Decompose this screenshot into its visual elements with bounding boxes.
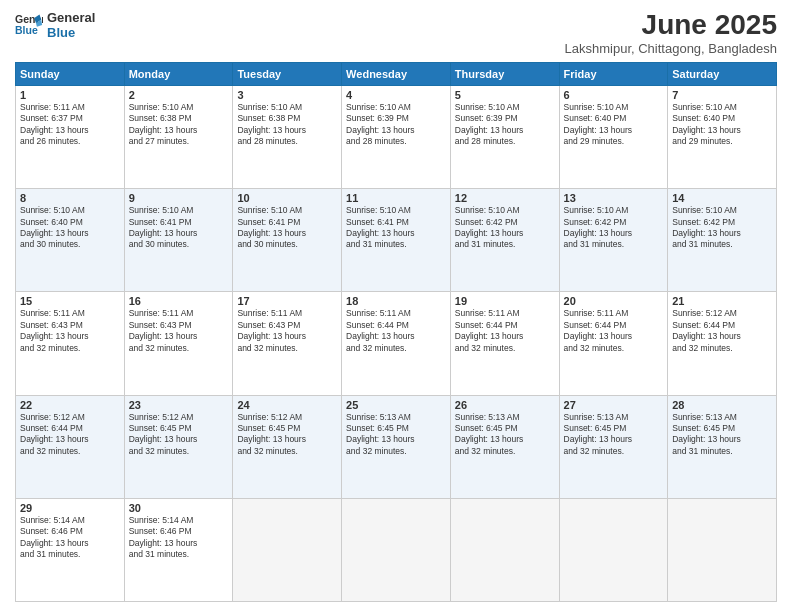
table-cell: 29Sunrise: 5:14 AM Sunset: 6:46 PM Dayli… [16,498,125,601]
day-info: Sunrise: 5:10 AM Sunset: 6:40 PM Dayligh… [20,205,120,251]
table-cell: 5Sunrise: 5:10 AM Sunset: 6:39 PM Daylig… [450,85,559,188]
table-cell: 12Sunrise: 5:10 AM Sunset: 6:42 PM Dayli… [450,189,559,292]
table-cell: 18Sunrise: 5:11 AM Sunset: 6:44 PM Dayli… [342,292,451,395]
day-info: Sunrise: 5:13 AM Sunset: 6:45 PM Dayligh… [346,412,446,458]
day-number: 29 [20,502,120,514]
day-number: 30 [129,502,229,514]
day-number: 28 [672,399,772,411]
calendar-row: 15Sunrise: 5:11 AM Sunset: 6:43 PM Dayli… [16,292,777,395]
day-info: Sunrise: 5:13 AM Sunset: 6:45 PM Dayligh… [672,412,772,458]
logo: General Blue General Blue [15,10,95,40]
table-cell [342,498,451,601]
calendar-row: 22Sunrise: 5:12 AM Sunset: 6:44 PM Dayli… [16,395,777,498]
day-info: Sunrise: 5:10 AM Sunset: 6:41 PM Dayligh… [237,205,337,251]
logo-icon: General Blue [15,11,43,39]
table-cell: 20Sunrise: 5:11 AM Sunset: 6:44 PM Dayli… [559,292,668,395]
day-info: Sunrise: 5:14 AM Sunset: 6:46 PM Dayligh… [129,515,229,561]
day-number: 22 [20,399,120,411]
day-number: 24 [237,399,337,411]
day-number: 25 [346,399,446,411]
table-cell: 24Sunrise: 5:12 AM Sunset: 6:45 PM Dayli… [233,395,342,498]
table-cell: 17Sunrise: 5:11 AM Sunset: 6:43 PM Dayli… [233,292,342,395]
day-info: Sunrise: 5:10 AM Sunset: 6:42 PM Dayligh… [564,205,664,251]
day-number: 26 [455,399,555,411]
day-number: 16 [129,295,229,307]
day-number: 2 [129,89,229,101]
table-cell: 25Sunrise: 5:13 AM Sunset: 6:45 PM Dayli… [342,395,451,498]
day-number: 10 [237,192,337,204]
table-cell [233,498,342,601]
col-wednesday: Wednesday [342,62,451,85]
day-info: Sunrise: 5:12 AM Sunset: 6:45 PM Dayligh… [237,412,337,458]
table-cell: 14Sunrise: 5:10 AM Sunset: 6:42 PM Dayli… [668,189,777,292]
day-info: Sunrise: 5:11 AM Sunset: 6:37 PM Dayligh… [20,102,120,148]
day-info: Sunrise: 5:10 AM Sunset: 6:38 PM Dayligh… [237,102,337,148]
col-thursday: Thursday [450,62,559,85]
day-number: 17 [237,295,337,307]
svg-text:Blue: Blue [15,24,38,36]
day-info: Sunrise: 5:12 AM Sunset: 6:44 PM Dayligh… [20,412,120,458]
table-cell: 26Sunrise: 5:13 AM Sunset: 6:45 PM Dayli… [450,395,559,498]
day-number: 21 [672,295,772,307]
table-cell: 4Sunrise: 5:10 AM Sunset: 6:39 PM Daylig… [342,85,451,188]
calendar-row: 29Sunrise: 5:14 AM Sunset: 6:46 PM Dayli… [16,498,777,601]
table-cell: 27Sunrise: 5:13 AM Sunset: 6:45 PM Dayli… [559,395,668,498]
col-tuesday: Tuesday [233,62,342,85]
page: General Blue General Blue June 2025 Laks… [0,0,792,612]
logo-blue: Blue [47,25,95,40]
table-cell: 16Sunrise: 5:11 AM Sunset: 6:43 PM Dayli… [124,292,233,395]
day-number: 13 [564,192,664,204]
day-number: 15 [20,295,120,307]
table-cell: 1Sunrise: 5:11 AM Sunset: 6:37 PM Daylig… [16,85,125,188]
table-cell: 3Sunrise: 5:10 AM Sunset: 6:38 PM Daylig… [233,85,342,188]
table-cell: 28Sunrise: 5:13 AM Sunset: 6:45 PM Dayli… [668,395,777,498]
month-title: June 2025 [565,10,777,41]
day-number: 23 [129,399,229,411]
day-info: Sunrise: 5:11 AM Sunset: 6:44 PM Dayligh… [346,308,446,354]
day-info: Sunrise: 5:10 AM Sunset: 6:38 PM Dayligh… [129,102,229,148]
table-cell [668,498,777,601]
day-number: 14 [672,192,772,204]
table-cell: 2Sunrise: 5:10 AM Sunset: 6:38 PM Daylig… [124,85,233,188]
day-number: 6 [564,89,664,101]
day-info: Sunrise: 5:10 AM Sunset: 6:41 PM Dayligh… [129,205,229,251]
title-area: June 2025 Lakshmipur, Chittagong, Bangla… [565,10,777,56]
table-cell [450,498,559,601]
day-info: Sunrise: 5:12 AM Sunset: 6:44 PM Dayligh… [672,308,772,354]
day-info: Sunrise: 5:10 AM Sunset: 6:40 PM Dayligh… [672,102,772,148]
header: General Blue General Blue June 2025 Laks… [15,10,777,56]
day-info: Sunrise: 5:10 AM Sunset: 6:42 PM Dayligh… [672,205,772,251]
day-number: 18 [346,295,446,307]
table-cell: 30Sunrise: 5:14 AM Sunset: 6:46 PM Dayli… [124,498,233,601]
day-info: Sunrise: 5:10 AM Sunset: 6:39 PM Dayligh… [346,102,446,148]
day-info: Sunrise: 5:10 AM Sunset: 6:41 PM Dayligh… [346,205,446,251]
table-cell: 8Sunrise: 5:10 AM Sunset: 6:40 PM Daylig… [16,189,125,292]
table-cell: 13Sunrise: 5:10 AM Sunset: 6:42 PM Dayli… [559,189,668,292]
calendar-row: 1Sunrise: 5:11 AM Sunset: 6:37 PM Daylig… [16,85,777,188]
day-info: Sunrise: 5:11 AM Sunset: 6:43 PM Dayligh… [129,308,229,354]
table-cell: 19Sunrise: 5:11 AM Sunset: 6:44 PM Dayli… [450,292,559,395]
day-number: 3 [237,89,337,101]
table-cell: 22Sunrise: 5:12 AM Sunset: 6:44 PM Dayli… [16,395,125,498]
day-number: 4 [346,89,446,101]
day-number: 8 [20,192,120,204]
day-info: Sunrise: 5:10 AM Sunset: 6:42 PM Dayligh… [455,205,555,251]
table-cell [559,498,668,601]
table-cell: 6Sunrise: 5:10 AM Sunset: 6:40 PM Daylig… [559,85,668,188]
day-info: Sunrise: 5:10 AM Sunset: 6:40 PM Dayligh… [564,102,664,148]
day-info: Sunrise: 5:11 AM Sunset: 6:43 PM Dayligh… [20,308,120,354]
logo-general: General [47,10,95,25]
day-number: 20 [564,295,664,307]
col-friday: Friday [559,62,668,85]
table-cell: 11Sunrise: 5:10 AM Sunset: 6:41 PM Dayli… [342,189,451,292]
day-info: Sunrise: 5:10 AM Sunset: 6:39 PM Dayligh… [455,102,555,148]
day-number: 7 [672,89,772,101]
day-number: 1 [20,89,120,101]
day-info: Sunrise: 5:11 AM Sunset: 6:44 PM Dayligh… [564,308,664,354]
day-info: Sunrise: 5:13 AM Sunset: 6:45 PM Dayligh… [455,412,555,458]
day-info: Sunrise: 5:14 AM Sunset: 6:46 PM Dayligh… [20,515,120,561]
day-info: Sunrise: 5:11 AM Sunset: 6:43 PM Dayligh… [237,308,337,354]
table-cell: 7Sunrise: 5:10 AM Sunset: 6:40 PM Daylig… [668,85,777,188]
table-cell: 21Sunrise: 5:12 AM Sunset: 6:44 PM Dayli… [668,292,777,395]
table-cell: 10Sunrise: 5:10 AM Sunset: 6:41 PM Dayli… [233,189,342,292]
